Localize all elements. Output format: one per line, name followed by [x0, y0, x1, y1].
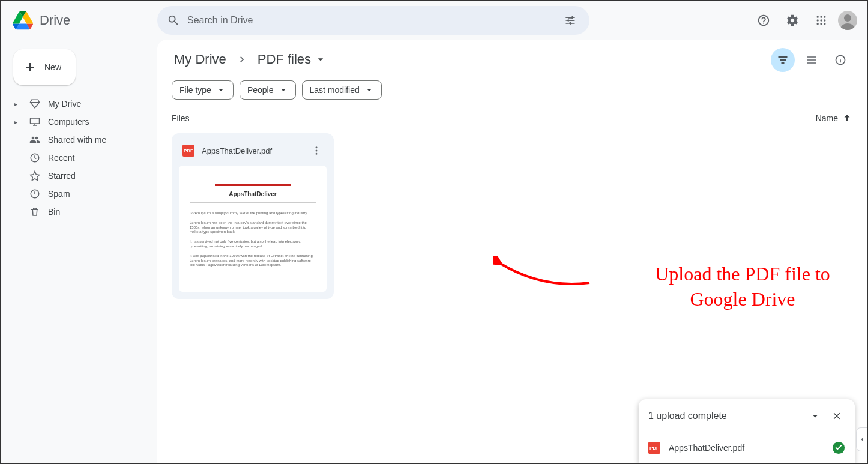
- breadcrumb-current-label: PDF files: [258, 52, 311, 67]
- search-bar[interactable]: [157, 6, 589, 35]
- svg-point-20: [316, 153, 318, 155]
- svg-point-12: [824, 23, 825, 25]
- drive-logo[interactable]: Drive: [11, 8, 157, 32]
- chip-file-type[interactable]: File type: [172, 80, 234, 100]
- caret-icon: ▸: [14, 119, 22, 125]
- svg-point-7: [817, 19, 819, 21]
- chip-last-modified[interactable]: Last modified: [302, 80, 382, 100]
- more-options-button[interactable]: [309, 143, 324, 158]
- file-grid: PDF AppsThatDeliver.pdf AppsThatDeliver …: [172, 133, 852, 299]
- svg-point-5: [820, 16, 822, 18]
- recent-icon: [29, 152, 41, 164]
- list-view-button[interactable]: [800, 48, 824, 72]
- my-drive-icon: [29, 98, 41, 110]
- search-icon: [167, 14, 180, 27]
- nav-recent[interactable]: Recent: [11, 149, 148, 167]
- chevron-right-icon: [236, 53, 248, 65]
- settings-icon[interactable]: [780, 8, 804, 32]
- svg-point-10: [817, 23, 819, 25]
- nav-label: My Drive: [48, 99, 81, 109]
- file-card[interactable]: PDF AppsThatDeliver.pdf AppsThatDeliver …: [172, 133, 334, 299]
- close-upload-button[interactable]: [828, 408, 845, 424]
- nav-spam[interactable]: Spam: [11, 185, 148, 203]
- spam-icon: [29, 188, 41, 200]
- new-button[interactable]: New: [13, 49, 76, 85]
- nav-my-drive[interactable]: ▸ My Drive: [11, 95, 148, 113]
- support-icon[interactable]: [752, 8, 776, 32]
- upload-title: 1 upload complete: [648, 411, 727, 421]
- collapse-upload-button[interactable]: [807, 408, 824, 424]
- svg-point-13: [844, 14, 851, 22]
- sidebar: New ▸ My Drive ▸ Computers Shared with m…: [1, 40, 157, 463]
- chip-label: People: [247, 85, 274, 95]
- filter-button[interactable]: [771, 48, 795, 72]
- view-actions: [771, 48, 852, 72]
- plus-icon: [23, 60, 37, 74]
- nav-label: Starred: [48, 171, 76, 181]
- search-input[interactable]: [187, 15, 553, 26]
- section-header: Files Name: [172, 113, 852, 124]
- nav-label: Spam: [48, 189, 70, 199]
- bin-icon: [29, 206, 41, 218]
- new-button-label: New: [44, 62, 61, 72]
- svg-point-19: [316, 150, 318, 152]
- dropdown-icon: [279, 85, 288, 95]
- info-button[interactable]: [828, 48, 852, 72]
- breadcrumb-root[interactable]: My Drive: [172, 49, 229, 70]
- sort-label: Name: [816, 113, 838, 123]
- svg-point-8: [820, 19, 822, 21]
- caret-icon: ▸: [14, 101, 22, 107]
- shared-icon: [29, 134, 41, 146]
- sort-control[interactable]: Name: [816, 113, 852, 124]
- nav-label: Bin: [48, 207, 60, 217]
- svg-point-6: [824, 16, 825, 18]
- pdf-icon: PDF: [648, 442, 660, 454]
- nav-starred[interactable]: Starred: [11, 167, 148, 185]
- nav-bin[interactable]: Bin: [11, 203, 148, 221]
- upload-file-name: AppsThatDeliver.pdf: [669, 443, 744, 453]
- breadcrumb: My Drive PDF files: [172, 49, 852, 70]
- upload-item[interactable]: PDF AppsThatDeliver.pdf: [639, 433, 855, 463]
- nav-label: Shared with me: [48, 135, 106, 145]
- drive-logo-icon: [11, 8, 35, 32]
- file-thumbnail: AppsThatDeliver Lorem Ipsum is simply du…: [179, 166, 327, 292]
- svg-point-9: [824, 19, 825, 21]
- account-avatar[interactable]: [838, 11, 857, 30]
- app-name: Drive: [40, 13, 70, 28]
- section-title: Files: [172, 113, 190, 123]
- header: Drive: [1, 1, 867, 40]
- file-name: AppsThatDeliver.pdf: [202, 146, 301, 155]
- pdf-icon: PDF: [182, 145, 194, 157]
- svg-point-11: [820, 23, 822, 25]
- nav-label: Recent: [48, 153, 74, 163]
- side-panel-toggle[interactable]: [856, 427, 867, 451]
- svg-point-4: [817, 16, 819, 18]
- breadcrumb-current[interactable]: PDF files: [255, 49, 329, 70]
- dropdown-icon: [315, 53, 327, 65]
- success-icon: [832, 441, 845, 454]
- chip-people[interactable]: People: [240, 80, 296, 100]
- dropdown-icon: [364, 85, 374, 95]
- svg-point-18: [316, 146, 318, 148]
- nav-computers[interactable]: ▸ Computers: [11, 113, 148, 131]
- search-options-icon[interactable]: [561, 11, 580, 30]
- computers-icon: [29, 116, 41, 128]
- chip-label: Last modified: [310, 85, 360, 95]
- header-actions: [752, 8, 857, 32]
- thumb-title: AppsThatDeliver: [190, 191, 316, 203]
- svg-rect-14: [31, 118, 40, 124]
- arrow-up-icon: [842, 113, 852, 124]
- apps-icon[interactable]: [809, 8, 833, 32]
- nav-shared[interactable]: Shared with me: [11, 131, 148, 149]
- nav-label: Computers: [48, 117, 89, 127]
- star-icon: [29, 170, 41, 182]
- upload-panel: 1 upload complete PDF AppsThatDeliver.pd…: [639, 399, 855, 463]
- filter-chips: File type People Last modified: [172, 80, 852, 100]
- dropdown-icon: [216, 85, 226, 95]
- chip-label: File type: [179, 85, 211, 95]
